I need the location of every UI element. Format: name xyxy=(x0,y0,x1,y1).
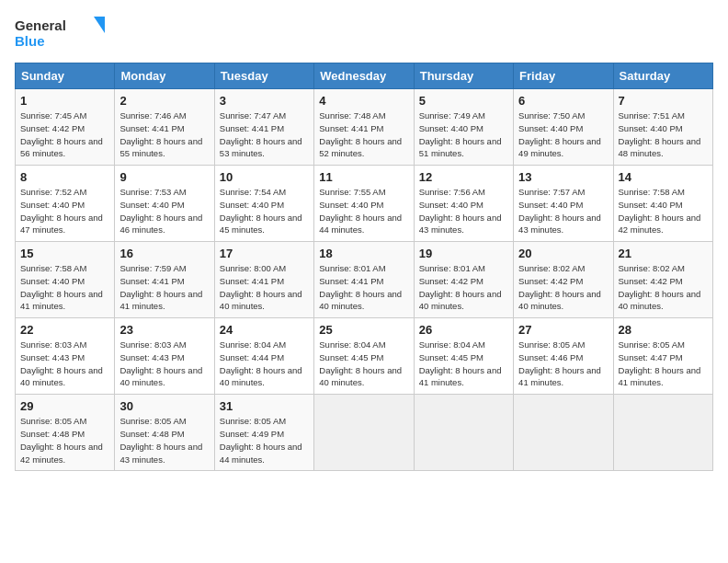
day-detail: Sunrise: 7:53 AMSunset: 4:40 PMDaylight:… xyxy=(119,186,209,236)
calendar-cell: 14Sunrise: 7:58 AMSunset: 4:40 PMDayligh… xyxy=(613,166,712,242)
day-number: 18 xyxy=(319,247,408,260)
day-detail: Sunrise: 8:04 AMSunset: 4:44 PMDaylight:… xyxy=(220,339,309,389)
day-detail: Sunrise: 8:03 AMSunset: 4:43 PMDaylight:… xyxy=(119,339,209,389)
day-detail: Sunrise: 7:54 AMSunset: 4:40 PMDaylight:… xyxy=(220,186,309,236)
day-detail: Sunrise: 8:01 AMSunset: 4:42 PMDaylight:… xyxy=(419,262,508,313)
day-detail: Sunrise: 7:50 AMSunset: 4:40 PMDaylight:… xyxy=(518,109,608,160)
day-number: 2 xyxy=(119,94,209,108)
weekday-header-wednesday: Wednesday xyxy=(314,63,414,89)
weekday-header-tuesday: Tuesday xyxy=(214,63,313,89)
day-number: 7 xyxy=(619,94,708,108)
day-number: 29 xyxy=(20,399,109,413)
day-number: 11 xyxy=(319,170,408,184)
day-number: 30 xyxy=(119,399,209,413)
day-number: 8 xyxy=(20,170,109,184)
calendar-week-row: 1Sunrise: 7:45 AMSunset: 4:42 PMDaylight… xyxy=(16,89,713,166)
day-detail: Sunrise: 7:57 AMSunset: 4:40 PMDaylight:… xyxy=(518,186,608,236)
day-detail: Sunrise: 7:56 AMSunset: 4:40 PMDaylight:… xyxy=(419,186,508,236)
day-number: 3 xyxy=(220,94,309,108)
day-detail: Sunrise: 7:46 AMSunset: 4:41 PMDaylight:… xyxy=(119,109,209,160)
calendar-cell: 5Sunrise: 7:49 AMSunset: 4:40 PMDaylight… xyxy=(414,89,513,166)
day-detail: Sunrise: 7:58 AMSunset: 4:40 PMDaylight:… xyxy=(20,262,109,313)
calendar-week-row: 8Sunrise: 7:52 AMSunset: 4:40 PMDaylight… xyxy=(16,166,713,242)
calendar-cell: 3Sunrise: 7:47 AMSunset: 4:41 PMDaylight… xyxy=(214,89,313,166)
day-number: 21 xyxy=(619,247,708,260)
day-detail: Sunrise: 8:00 AMSunset: 4:41 PMDaylight:… xyxy=(220,262,309,313)
day-detail: Sunrise: 7:47 AMSunset: 4:41 PMDaylight:… xyxy=(220,109,309,160)
weekday-header-saturday: Saturday xyxy=(613,63,712,89)
day-detail: Sunrise: 8:01 AMSunset: 4:41 PMDaylight:… xyxy=(319,262,408,313)
calendar-cell: 16Sunrise: 7:59 AMSunset: 4:41 PMDayligh… xyxy=(115,242,214,318)
day-detail: Sunrise: 7:55 AMSunset: 4:40 PMDaylight:… xyxy=(319,186,408,236)
day-detail: Sunrise: 8:05 AMSunset: 4:48 PMDaylight:… xyxy=(119,415,209,465)
calendar-week-row: 29Sunrise: 8:05 AMSunset: 4:48 PMDayligh… xyxy=(16,395,713,471)
calendar-body: 1Sunrise: 7:45 AMSunset: 4:42 PMDaylight… xyxy=(16,89,713,471)
header: General Blue xyxy=(15,15,713,52)
calendar-cell: 6Sunrise: 7:50 AMSunset: 4:40 PMDaylight… xyxy=(514,89,613,166)
calendar-cell: 7Sunrise: 7:51 AMSunset: 4:40 PMDaylight… xyxy=(613,89,712,166)
day-detail: Sunrise: 8:05 AMSunset: 4:47 PMDaylight:… xyxy=(619,339,708,389)
svg-marker-2 xyxy=(94,17,105,33)
calendar-cell: 18Sunrise: 8:01 AMSunset: 4:41 PMDayligh… xyxy=(314,242,414,318)
calendar-cell xyxy=(414,395,513,471)
calendar-cell: 15Sunrise: 7:58 AMSunset: 4:40 PMDayligh… xyxy=(16,242,115,318)
calendar-cell: 10Sunrise: 7:54 AMSunset: 4:40 PMDayligh… xyxy=(214,166,313,242)
calendar-cell xyxy=(314,395,414,471)
day-number: 1 xyxy=(20,94,109,108)
day-detail: Sunrise: 7:48 AMSunset: 4:41 PMDaylight:… xyxy=(319,109,408,160)
calendar-cell: 22Sunrise: 8:03 AMSunset: 4:43 PMDayligh… xyxy=(16,318,115,395)
calendar-cell: 1Sunrise: 7:45 AMSunset: 4:42 PMDaylight… xyxy=(16,89,115,166)
day-detail: Sunrise: 8:04 AMSunset: 4:45 PMDaylight:… xyxy=(319,339,408,389)
calendar-cell xyxy=(514,395,613,471)
day-number: 27 xyxy=(518,323,608,337)
calendar-cell: 31Sunrise: 8:05 AMSunset: 4:49 PMDayligh… xyxy=(214,395,313,471)
calendar-cell: 25Sunrise: 8:04 AMSunset: 4:45 PMDayligh… xyxy=(314,318,414,395)
day-detail: Sunrise: 8:02 AMSunset: 4:42 PMDaylight:… xyxy=(518,262,608,313)
calendar-cell: 20Sunrise: 8:02 AMSunset: 4:42 PMDayligh… xyxy=(514,242,613,318)
day-detail: Sunrise: 8:05 AMSunset: 4:49 PMDaylight:… xyxy=(220,415,309,465)
calendar-cell: 4Sunrise: 7:48 AMSunset: 4:41 PMDaylight… xyxy=(314,89,414,166)
calendar-cell: 21Sunrise: 8:02 AMSunset: 4:42 PMDayligh… xyxy=(613,242,712,318)
calendar-cell: 17Sunrise: 8:00 AMSunset: 4:41 PMDayligh… xyxy=(214,242,313,318)
calendar-cell xyxy=(613,395,712,471)
day-number: 4 xyxy=(319,94,408,108)
day-number: 10 xyxy=(220,170,309,184)
calendar-cell: 28Sunrise: 8:05 AMSunset: 4:47 PMDayligh… xyxy=(613,318,712,395)
day-number: 22 xyxy=(20,323,109,337)
day-number: 5 xyxy=(419,94,508,108)
calendar-cell: 24Sunrise: 8:04 AMSunset: 4:44 PMDayligh… xyxy=(214,318,313,395)
day-number: 6 xyxy=(518,94,608,108)
calendar-cell: 12Sunrise: 7:56 AMSunset: 4:40 PMDayligh… xyxy=(414,166,513,242)
calendar-cell: 11Sunrise: 7:55 AMSunset: 4:40 PMDayligh… xyxy=(314,166,414,242)
day-number: 9 xyxy=(119,170,209,184)
logo: General Blue xyxy=(15,15,107,52)
day-detail: Sunrise: 8:02 AMSunset: 4:42 PMDaylight:… xyxy=(619,262,708,313)
day-detail: Sunrise: 7:52 AMSunset: 4:40 PMDaylight:… xyxy=(20,186,109,236)
calendar-table: SundayMondayTuesdayWednesdayThursdayFrid… xyxy=(15,63,713,471)
calendar-cell: 19Sunrise: 8:01 AMSunset: 4:42 PMDayligh… xyxy=(414,242,513,318)
weekday-header-monday: Monday xyxy=(115,63,214,89)
day-number: 20 xyxy=(518,247,608,260)
weekday-header-row: SundayMondayTuesdayWednesdayThursdayFrid… xyxy=(16,63,713,89)
weekday-header-sunday: Sunday xyxy=(16,63,115,89)
day-number: 12 xyxy=(419,170,508,184)
day-number: 15 xyxy=(20,247,109,260)
calendar-cell: 26Sunrise: 8:04 AMSunset: 4:45 PMDayligh… xyxy=(414,318,513,395)
day-detail: Sunrise: 8:03 AMSunset: 4:43 PMDaylight:… xyxy=(20,339,109,389)
day-detail: Sunrise: 7:49 AMSunset: 4:40 PMDaylight:… xyxy=(419,109,508,160)
day-number: 19 xyxy=(419,247,508,260)
weekday-header-friday: Friday xyxy=(514,63,613,89)
calendar-cell: 9Sunrise: 7:53 AMSunset: 4:40 PMDaylight… xyxy=(115,166,214,242)
day-number: 14 xyxy=(619,170,708,184)
calendar-cell: 30Sunrise: 8:05 AMSunset: 4:48 PMDayligh… xyxy=(115,395,214,471)
calendar-cell: 2Sunrise: 7:46 AMSunset: 4:41 PMDaylight… xyxy=(115,89,214,166)
calendar-cell: 13Sunrise: 7:57 AMSunset: 4:40 PMDayligh… xyxy=(514,166,613,242)
calendar-week-row: 15Sunrise: 7:58 AMSunset: 4:40 PMDayligh… xyxy=(16,242,713,318)
day-number: 17 xyxy=(220,247,309,260)
calendar-cell: 29Sunrise: 8:05 AMSunset: 4:48 PMDayligh… xyxy=(16,395,115,471)
day-number: 24 xyxy=(220,323,309,337)
logo-svg: General Blue xyxy=(15,15,107,52)
day-detail: Sunrise: 7:58 AMSunset: 4:40 PMDaylight:… xyxy=(619,186,708,236)
svg-text:Blue: Blue xyxy=(15,33,45,49)
day-detail: Sunrise: 7:51 AMSunset: 4:40 PMDaylight:… xyxy=(619,109,708,160)
